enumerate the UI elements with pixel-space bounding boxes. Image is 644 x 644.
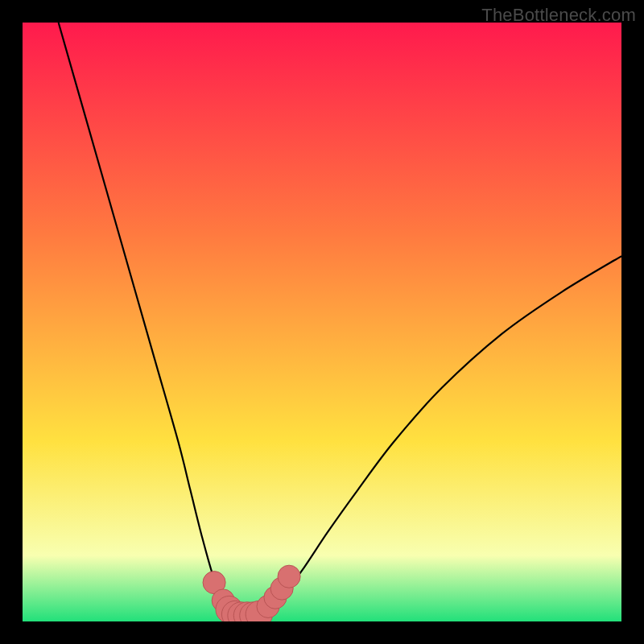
- plot-area: [23, 23, 621, 621]
- data-marker: [278, 565, 300, 588]
- chart-frame: TheBottleneck.com: [0, 0, 644, 644]
- gradient-background: [23, 23, 621, 621]
- chart-svg: [23, 23, 621, 621]
